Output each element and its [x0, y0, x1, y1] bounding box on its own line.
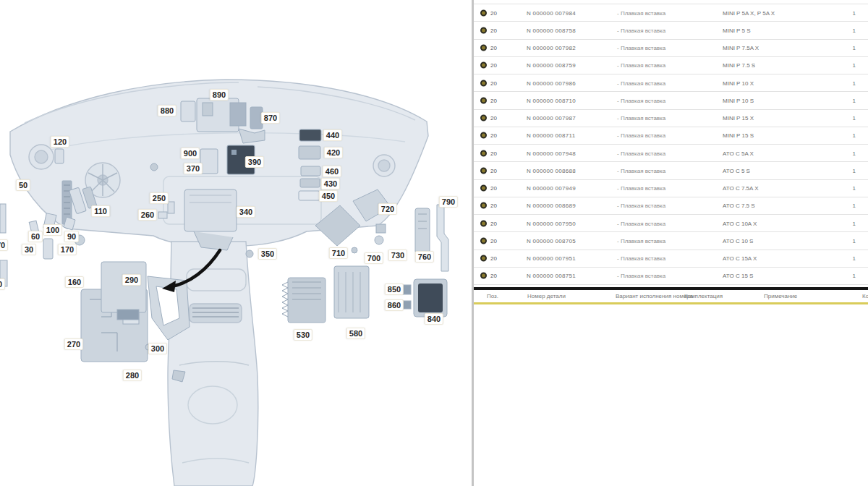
info-icon[interactable] — [480, 62, 487, 69]
table-row[interactable]: 20N 000000 007982- Плавкая вставкаMINI P… — [474, 40, 868, 57]
table-row[interactable]: 20N 000000 007984- Плавкая вставкаMINI P… — [474, 4, 868, 22]
callout-370[interactable]: 370 — [184, 163, 203, 174]
callout-290[interactable]: 290 — [122, 274, 141, 286]
callout-90[interactable]: 90 — [64, 231, 79, 242]
info-icon[interactable] — [480, 255, 487, 262]
designation-cell: MINI P 15 X — [723, 115, 754, 122]
part-250 — [168, 202, 174, 213]
callout-730[interactable]: 730 — [388, 250, 407, 261]
designation-cell: ATO C 5 S — [723, 167, 750, 174]
info-icon[interactable] — [480, 97, 487, 103]
description-cell: - Плавкая вставка — [617, 132, 665, 139]
callout-890[interactable]: 890 — [210, 89, 229, 101]
table-row[interactable]: 20N 000000 008710- Плавкая вставкаMINI P… — [474, 92, 868, 109]
info-icon[interactable] — [480, 167, 487, 174]
callout-70[interactable]: 70 — [0, 239, 8, 251]
info-icon[interactable] — [480, 273, 487, 279]
callout-710[interactable]: 710 — [329, 247, 348, 259]
column-header: Комплектация — [684, 291, 723, 302]
info-icon[interactable] — [480, 9, 487, 16]
info-icon[interactable] — [480, 27, 487, 33]
callout-530[interactable]: 530 — [294, 329, 312, 341]
info-icon[interactable] — [480, 202, 487, 209]
column-header: Номер детали — [527, 291, 566, 302]
callout-340[interactable]: 340 — [237, 206, 255, 218]
table-row[interactable]: 20N 000000 008751- Плавкая вставкаATO C … — [474, 268, 868, 285]
table-row[interactable]: 20N 000000 007986- Плавкая вставкаMINI P… — [474, 74, 868, 92]
callout-840[interactable]: 840 — [425, 313, 443, 325]
info-icon[interactable] — [480, 150, 487, 156]
position-cell: 20 — [490, 237, 497, 244]
callout-450[interactable]: 450 — [319, 190, 338, 202]
callout-270[interactable]: 270 — [64, 338, 83, 350]
callout-50[interactable]: 50 — [16, 179, 30, 191]
part-number-cell: N 000000 007986 — [527, 80, 576, 86]
table-row[interactable]: 20N 000000 008758- Плавкая вставкаMINI P… — [474, 22, 868, 39]
info-icon[interactable] — [480, 115, 487, 122]
callout-170[interactable]: 170 — [58, 244, 77, 255]
callout-870[interactable]: 870 — [261, 112, 280, 124]
callout-160[interactable]: 160 — [65, 276, 84, 288]
info-icon[interactable] — [480, 220, 487, 226]
table-row[interactable]: 20N 000000 007951- Плавкая вставкаATO C … — [474, 250, 868, 268]
callout-790[interactable]: 790 — [439, 196, 458, 208]
callout-880[interactable]: 880 — [158, 105, 176, 116]
callout-30[interactable]: 30 — [22, 244, 36, 255]
part-number-cell: N 000000 007987 — [527, 115, 576, 122]
designation-cell: ATO C 15A X — [723, 255, 757, 262]
callout-860[interactable]: 860 — [385, 299, 404, 311]
table-row[interactable]: 20N 000000 008688- Плавкая вставкаATO C … — [474, 162, 868, 179]
parts-table-panel: 20N 000000 007984- Плавкая вставкаMINI P… — [474, 0, 868, 486]
callout-100[interactable]: 100 — [43, 224, 62, 236]
callout-280[interactable]: 280 — [123, 370, 142, 381]
callout-60[interactable]: 60 — [28, 231, 43, 242]
part-420 — [299, 146, 320, 159]
callout-700[interactable]: 700 — [365, 252, 383, 264]
table-row[interactable]: 20N 000000 007987- Плавкая вставкаMINI P… — [474, 110, 868, 127]
table-row[interactable]: 20N 000000 008711- Плавкая вставкаMINI P… — [474, 127, 868, 145]
callout-110[interactable]: 110 — [91, 205, 110, 217]
callout-40[interactable]: 40 — [0, 278, 5, 290]
info-icon[interactable] — [480, 237, 487, 244]
callout-260[interactable]: 260 — [138, 209, 157, 221]
quantity-cell: 1 — [844, 97, 856, 103]
info-icon[interactable] — [480, 132, 487, 139]
part-790 — [437, 205, 448, 271]
table-row[interactable]: 20N 000000 007948- Плавкая вставкаATO C … — [474, 145, 868, 162]
designation-cell: ATO C 5A X — [723, 150, 754, 156]
quantity-cell: 1 — [844, 273, 856, 279]
callout-440[interactable]: 440 — [323, 129, 342, 141]
part-number-cell: N 000000 008689 — [527, 202, 576, 209]
callout-720[interactable]: 720 — [378, 203, 397, 215]
callout-900[interactable]: 900 — [181, 148, 200, 159]
part-730-screw — [375, 236, 383, 244]
callout-300[interactable]: 300 — [148, 343, 167, 354]
part-30 — [43, 239, 53, 259]
info-icon[interactable] — [480, 80, 487, 86]
part-160 — [101, 262, 146, 320]
part-number-cell: N 000000 007948 — [527, 150, 576, 156]
info-icon[interactable] — [480, 185, 487, 192]
table-row[interactable]: 20N 000000 008705- Плавкая вставкаATO C … — [474, 232, 868, 250]
callout-760[interactable]: 760 — [415, 251, 434, 263]
position-cell: 20 — [490, 45, 497, 51]
callout-120[interactable]: 120 — [51, 136, 69, 148]
position-cell: 20 — [490, 62, 497, 69]
callout-430[interactable]: 430 — [321, 178, 340, 189]
table-row[interactable]: 20N 000000 007950- Плавкая вставкаATO C … — [474, 215, 868, 232]
callout-850[interactable]: 850 — [385, 284, 404, 295]
table-row[interactable]: 20N 000000 007949- Плавкая вставкаATO C … — [474, 180, 868, 197]
info-icon[interactable] — [480, 45, 487, 51]
callout-580[interactable]: 580 — [346, 328, 365, 339]
table-row[interactable]: 20N 000000 008689- Плавкая вставкаATO C … — [474, 197, 868, 215]
callout-460[interactable]: 460 — [323, 166, 341, 177]
part-350-screw — [246, 250, 253, 257]
callout-350[interactable]: 350 — [258, 248, 277, 260]
callout-250[interactable]: 250 — [150, 192, 169, 204]
table-header-row: Поз.Номер деталиВариант исполнения номер… — [474, 291, 868, 302]
description-cell: - Плавкая вставка — [617, 185, 665, 192]
table-row[interactable]: 20N 000000 008759- Плавкая вставкаMINI P… — [474, 57, 868, 74]
callout-390[interactable]: 390 — [245, 156, 264, 168]
description-cell: - Плавкая вставка — [617, 167, 665, 174]
callout-420[interactable]: 420 — [324, 147, 343, 158]
